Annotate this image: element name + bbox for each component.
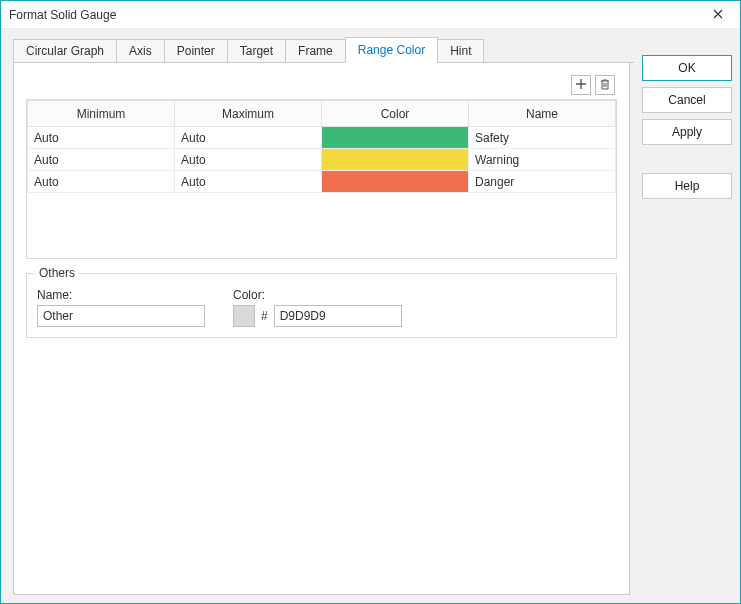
tab-circular-graph[interactable]: Circular Graph	[13, 39, 117, 63]
others-name-field: Name:	[37, 288, 205, 327]
cell-minimum[interactable]: Auto	[28, 171, 175, 193]
cell-name[interactable]: Safety	[469, 127, 616, 149]
plus-icon	[575, 78, 587, 93]
others-legend: Others	[35, 266, 79, 280]
color-swatch	[322, 149, 468, 170]
table-row[interactable]: Auto Auto Warning	[28, 149, 616, 171]
col-name[interactable]: Name	[469, 101, 616, 127]
tab-axis[interactable]: Axis	[116, 39, 165, 63]
add-range-button[interactable]	[571, 75, 591, 95]
cell-color[interactable]	[322, 127, 469, 149]
tab-bar: Circular Graph Axis Pointer Target Frame…	[13, 37, 634, 63]
tab-pointer[interactable]: Pointer	[164, 39, 228, 63]
tab-range-color[interactable]: Range Color	[345, 37, 438, 63]
col-minimum[interactable]: Minimum	[28, 101, 175, 127]
cell-color[interactable]	[322, 171, 469, 193]
others-row: Name: Color: #	[37, 288, 606, 327]
others-color-field: Color: #	[233, 288, 402, 327]
table-row[interactable]: Auto Auto Safety	[28, 127, 616, 149]
ok-button[interactable]: OK	[642, 55, 732, 81]
color-swatch	[322, 171, 468, 192]
others-color-swatch[interactable]	[233, 305, 255, 327]
range-table[interactable]: Minimum Maximum Color Name Auto Auto	[26, 99, 617, 259]
cell-minimum[interactable]: Auto	[28, 149, 175, 171]
window-title: Format Solid Gauge	[9, 8, 698, 22]
window-close-button[interactable]	[698, 2, 738, 28]
others-group: Others Name: Color: #	[26, 273, 617, 338]
hash-label: #	[261, 309, 268, 323]
dialog-window: Format Solid Gauge Circular Graph Axis P…	[0, 0, 741, 604]
delete-range-button[interactable]	[595, 75, 615, 95]
tab-pane-range-color: Minimum Maximum Color Name Auto Auto	[13, 63, 630, 595]
table-header-row: Minimum Maximum Color Name	[28, 101, 616, 127]
dialog-body: Circular Graph Axis Pointer Target Frame…	[1, 29, 740, 603]
others-hex-input[interactable]	[274, 305, 402, 327]
tab-hint[interactable]: Hint	[437, 39, 484, 63]
dialog-buttons: OK Cancel Apply Help	[642, 37, 732, 595]
help-button[interactable]: Help	[642, 173, 732, 199]
table-row[interactable]: Auto Auto Danger	[28, 171, 616, 193]
trash-icon	[599, 78, 611, 93]
others-color-row: #	[233, 305, 402, 327]
color-swatch	[322, 127, 468, 148]
others-name-label: Name:	[37, 288, 205, 302]
content-area: Circular Graph Axis Pointer Target Frame…	[9, 37, 634, 595]
tab-frame[interactable]: Frame	[285, 39, 346, 63]
cell-color[interactable]	[322, 149, 469, 171]
cell-name[interactable]: Warning	[469, 149, 616, 171]
cell-maximum[interactable]: Auto	[175, 127, 322, 149]
col-maximum[interactable]: Maximum	[175, 101, 322, 127]
apply-button[interactable]: Apply	[642, 119, 732, 145]
cell-minimum[interactable]: Auto	[28, 127, 175, 149]
others-color-label: Color:	[233, 288, 402, 302]
cell-maximum[interactable]: Auto	[175, 171, 322, 193]
cancel-button[interactable]: Cancel	[642, 87, 732, 113]
cell-maximum[interactable]: Auto	[175, 149, 322, 171]
others-name-input[interactable]	[37, 305, 205, 327]
tab-target[interactable]: Target	[227, 39, 286, 63]
cell-name[interactable]: Danger	[469, 171, 616, 193]
range-toolbar	[26, 75, 617, 95]
titlebar: Format Solid Gauge	[1, 1, 740, 29]
col-color[interactable]: Color	[322, 101, 469, 127]
close-icon	[713, 8, 723, 22]
